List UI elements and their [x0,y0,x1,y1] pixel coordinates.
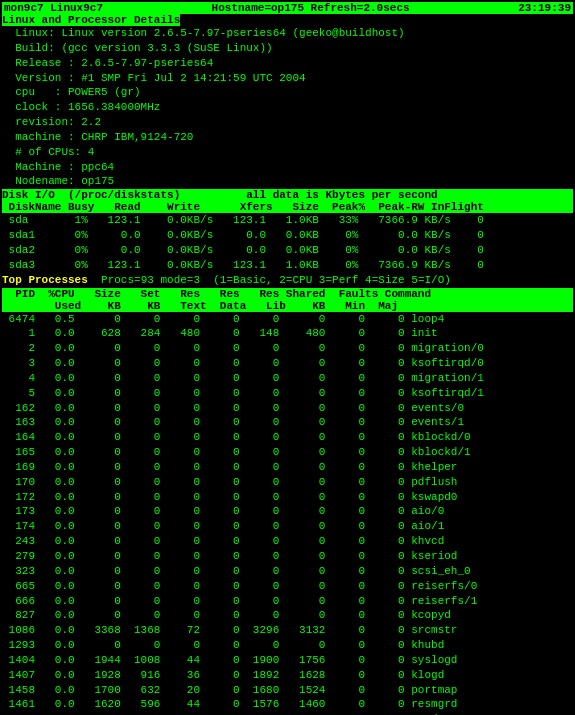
proc-row: 666 0.0 0 0 0 0 0 0 0 0 reiserfs/1 [2,594,573,609]
sys-info-line: # of CPUs: 4 [2,145,573,160]
proc-row: 164 0.0 0 0 0 0 0 0 0 0 kblockd/0 [2,430,573,445]
proc-row: 174 0.0 0 0 0 0 0 0 0 0 aio/1 [2,519,573,534]
proc-row: 1293 0.0 0 0 0 0 0 0 0 0 khubd [2,638,573,653]
top-processes-section: Top Processes Procs=93 mode=3 (1=Basic, … [2,273,573,715]
proc-row: 1086 0.0 3368 1368 72 0 3296 3132 0 0 sr… [2,623,573,638]
proc-row: 1404 0.0 1944 1008 44 0 1900 1756 0 0 sy… [2,653,573,668]
proc-row: 3 0.0 0 0 0 0 0 0 0 0 ksoftirqd/0 [2,356,573,371]
sys-info-line: Build: (gcc version 3.3.3 (SuSE Linux)) [2,41,573,56]
sys-info-line: Release : 2.6.5-7.97-pseries64 [2,56,573,71]
top-proc-label: Top Processes [2,274,88,286]
disk-row: sda2 0% 0.0 0.0KB/s 0.0 0.0KB 0% 0.0 KB/… [2,243,573,258]
proc-row: 170 0.0 0 0 0 0 0 0 0 0 pdflush [2,475,573,490]
header-middle: Hostname=op175 Refresh=2.0secs [212,2,410,14]
proc-row: 169 0.0 0 0 0 0 0 0 0 0 khelper [2,460,573,475]
proc-row: 1461 0.0 1620 596 44 0 1576 1460 0 0 res… [2,697,573,712]
proc-row: 665 0.0 0 0 0 0 0 0 0 0 reiserfs/0 [2,579,573,594]
disk-title: Disk I/O (/proc/diskstats) all data is K… [2,189,573,201]
sys-info-line: Linux: Linux version 2.6.5-7.97-pseries6… [2,26,573,41]
sys-info-line: revision: 2.2 [2,115,573,130]
disk-section: Disk I/O (/proc/diskstats) all data is K… [2,189,573,272]
disk-rows: sda 1% 123.1 0.0KB/s 123.1 1.0KB 33% 736… [2,213,573,272]
header-bar: mon9c7 Linux9c7 Hostname=op175 Refresh=2… [2,2,573,14]
proc-col-header2: Used KB KB Text Data Lib KB Min Maj [2,300,573,312]
proc-row: 827 0.0 0 0 0 0 0 0 0 0 kcopyd [2,608,573,623]
sys-info-line: machine : CHRP IBM,9124-720 [2,130,573,145]
proc-row: 1407 0.0 1928 916 36 0 1892 1628 0 0 klo… [2,668,573,683]
disk-col-header: DiskName Busy Read Write Xfers Size Peak… [2,201,573,213]
section-title-bar: Linux and Processor Details [2,14,573,26]
top-proc-procs-info: Procs=93 mode=3 (1=Basic, 2=CPU 3=Perf 4… [88,274,451,286]
proc-row: 165 0.0 0 0 0 0 0 0 0 0 kblockd/1 [2,445,573,460]
proc-row: 162 0.0 0 0 0 0 0 0 0 0 events/0 [2,401,573,416]
proc-row: 1458 0.0 1700 632 20 0 1680 1524 0 0 por… [2,683,573,698]
sys-info-block: Linux: Linux version 2.6.5-7.97-pseries6… [2,26,573,189]
proc-row: 5 0.0 0 0 0 0 0 0 0 0 ksoftirqd/1 [2,386,573,401]
top-proc-title-line: Top Processes Procs=93 mode=3 (1=Basic, … [2,273,573,288]
proc-row: 243 0.0 0 0 0 0 0 0 0 0 khvcd [2,534,573,549]
proc-row: 1 0.0 628 284 480 0 148 480 0 0 init [2,326,573,341]
main-screen: mon9c7 Linux9c7 Hostname=op175 Refresh=2… [0,0,575,715]
proc-row: 2 0.0 0 0 0 0 0 0 0 0 migration/0 [2,341,573,356]
sys-info-line: Machine : ppc64 [2,160,573,175]
disk-row: sda3 0% 123.1 0.0KB/s 123.1 1.0KB 0% 736… [2,258,573,273]
proc-row: 279 0.0 0 0 0 0 0 0 0 0 kseriod [2,549,573,564]
section-title: Linux and Processor Details [2,14,180,26]
proc-row: 172 0.0 0 0 0 0 0 0 0 0 kswapd0 [2,490,573,505]
proc-row: 323 0.0 0 0 0 0 0 0 0 0 scsi_eh_0 [2,564,573,579]
sys-info-line: Nodename: op175 [2,174,573,189]
header-right: 23:19:39 [518,2,571,14]
proc-col-header1: PID %CPU Size Set Res Res Res Shared Fau… [2,288,573,300]
sys-info-line: cpu : POWER5 (gr) [2,85,573,100]
sys-info-line: Version : #1 SMP Fri Jul 2 14:21:59 UTC … [2,71,573,86]
proc-row: 163 0.0 0 0 0 0 0 0 0 0 events/1 [2,415,573,430]
disk-row: sda1 0% 0.0 0.0KB/s 0.0 0.0KB 0% 0.0 KB/… [2,228,573,243]
proc-rows: 6474 0.5 0 0 0 0 0 0 0 0 loop4 1 0.0 628… [2,312,573,716]
disk-row: sda 1% 123.1 0.0KB/s 123.1 1.0KB 33% 736… [2,213,573,228]
proc-row: 4 0.0 0 0 0 0 0 0 0 0 migration/1 [2,371,573,386]
sys-info-line: clock : 1656.384000MHz [2,100,573,115]
header-left: mon9c7 Linux9c7 [4,2,103,14]
proc-row: 6474 0.5 0 0 0 0 0 0 0 0 loop4 [2,312,573,327]
proc-row: 173 0.0 0 0 0 0 0 0 0 0 aio/0 [2,504,573,519]
